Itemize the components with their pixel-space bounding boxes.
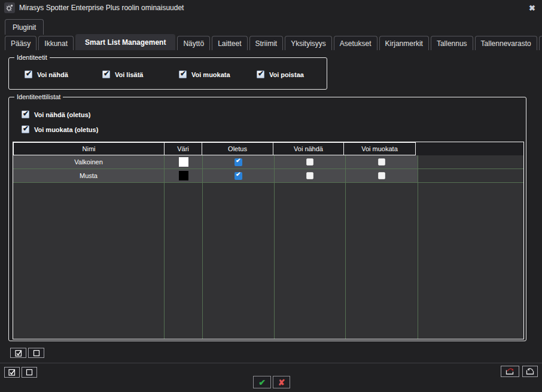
page-clear-all-button[interactable] bbox=[22, 367, 37, 378]
tab-pluginit[interactable]: Pluginit bbox=[5, 19, 44, 35]
column-header-voi-nahda: Voi nähdä bbox=[273, 142, 344, 155]
identities-groupbox: Identiteetit ✔ Voi nähdä ✔ Voi lisätä ✔ … bbox=[8, 57, 327, 90]
empty-box-icon bbox=[33, 350, 40, 357]
close-icon[interactable]: ✖ bbox=[526, 3, 538, 13]
table-empty-area bbox=[13, 183, 523, 339]
can-edit-cell bbox=[346, 169, 418, 182]
tab-naytto[interactable]: Näyttö bbox=[177, 36, 210, 50]
empty-box-icon bbox=[26, 369, 33, 376]
checked-checkbox-icon: ✔ bbox=[25, 71, 32, 78]
can-edit-checkbox-unchecked[interactable] bbox=[378, 172, 385, 179]
column-header-vari: Väri bbox=[164, 142, 202, 155]
tab-tallennus[interactable]: Tallennus bbox=[431, 36, 473, 50]
plugin-tab-strip: Pääsy Ikkunat Smart List Management Näyt… bbox=[5, 35, 542, 50]
undo-button[interactable] bbox=[522, 366, 538, 377]
role-properties-dialog: Mirasys Spotter Enterprise Plus roolin o… bbox=[0, 0, 542, 392]
checked-checkbox-icon: ✔ bbox=[257, 71, 264, 78]
table-row-musta[interactable]: Musta ✔ bbox=[13, 169, 523, 183]
identities-legend: Identiteetit bbox=[14, 53, 50, 62]
tab-laitteet[interactable]: Laitteet bbox=[212, 36, 247, 50]
window-title: Mirasys Spotter Enterprise Plus roolin o… bbox=[19, 4, 184, 12]
footer-divider bbox=[0, 363, 542, 363]
checkbox-voi-muokata[interactable]: ✔ Voi muokata bbox=[179, 71, 230, 78]
checkbox-voi-nahda-oletus[interactable]: ✔ Voi nähdä (oletus) bbox=[22, 111, 91, 118]
table-row-valkoinen[interactable]: Valkoinen ✔ bbox=[13, 155, 523, 169]
checkbox-voi-nahda[interactable]: ✔ Voi nähdä bbox=[25, 71, 68, 78]
tab-pluginit-label: Pluginit bbox=[13, 23, 36, 32]
redo-button[interactable] bbox=[501, 366, 519, 377]
identity-lists-groupbox: Identiteettilistat ✔ Voi nähdä (oletus) … bbox=[8, 97, 526, 341]
color-swatch[interactable] bbox=[179, 157, 188, 167]
default-cell: ✔ bbox=[203, 155, 275, 169]
color-cell bbox=[165, 169, 203, 182]
tab-kirjanmerkit[interactable]: Kirjanmerkit bbox=[379, 36, 429, 50]
gear-icon bbox=[4, 2, 15, 13]
tab-smart-list-management[interactable]: Smart List Management bbox=[75, 34, 175, 50]
redo-arrow-box-icon bbox=[505, 368, 515, 375]
checked-checkbox-icon: ✔ bbox=[22, 125, 29, 133]
table-clear-all-button[interactable] bbox=[28, 348, 44, 358]
can-edit-checkbox-unchecked[interactable] bbox=[378, 158, 385, 166]
cancel-button[interactable]: ✘ bbox=[273, 376, 290, 388]
can-edit-cell bbox=[346, 155, 418, 169]
ok-button[interactable]: ✔ bbox=[253, 376, 271, 388]
identity-list-table: Nimi Väri Oletus Voi nähdä Voi muokata V… bbox=[13, 142, 524, 339]
undo-arrow-box-icon bbox=[525, 368, 535, 375]
can-see-checkbox-unchecked[interactable] bbox=[306, 172, 313, 179]
table-select-all-button[interactable] bbox=[10, 348, 26, 358]
x-icon: ✘ bbox=[278, 378, 285, 387]
tab-paasy[interactable]: Pääsy bbox=[5, 36, 36, 50]
row-filler bbox=[418, 155, 523, 169]
name-cell: Valkoinen bbox=[13, 155, 165, 169]
title-bar: Mirasys Spotter Enterprise Plus roolin o… bbox=[0, 0, 542, 16]
color-swatch[interactable] bbox=[179, 171, 188, 180]
checkbox-voi-muokata-oletus[interactable]: ✔ Voi muokata (oletus) bbox=[22, 125, 98, 133]
checkbox-voi-poistaa[interactable]: ✔ Voi poistaa bbox=[257, 71, 304, 78]
column-header-nimi: Nimi bbox=[13, 142, 165, 155]
tab-asetukset[interactable]: Asetukset bbox=[334, 36, 377, 50]
default-checkbox-checked[interactable]: ✔ bbox=[235, 158, 242, 166]
column-header-oletus: Oletus bbox=[202, 142, 273, 155]
table-header-row: Nimi Väri Oletus Voi nähdä Voi muokata bbox=[13, 142, 523, 155]
default-checkbox-checked[interactable]: ✔ bbox=[235, 172, 242, 180]
checked-checkbox-icon: ✔ bbox=[102, 71, 110, 78]
can-see-checkbox-unchecked[interactable] bbox=[306, 158, 313, 166]
checkbox-voi-lisata[interactable]: ✔ Voi lisätä bbox=[102, 71, 143, 78]
default-cell: ✔ bbox=[203, 169, 275, 182]
tab-ikkunat[interactable]: Ikkunat bbox=[38, 36, 74, 50]
tab-tallennevarasto[interactable]: Tallennevarasto bbox=[475, 36, 537, 50]
identity-lists-legend: Identiteettilistat bbox=[14, 93, 63, 101]
checked-checkbox-icon: ✔ bbox=[22, 111, 29, 118]
name-cell: Musta bbox=[13, 169, 165, 182]
checked-box-icon bbox=[8, 369, 16, 376]
tab-striimit[interactable]: Striimit bbox=[249, 36, 284, 50]
can-see-cell bbox=[275, 169, 346, 182]
page-select-all-button[interactable] bbox=[4, 367, 20, 378]
column-header-voi-muokata: Voi muokata bbox=[343, 142, 416, 155]
checked-box-icon bbox=[15, 350, 22, 357]
check-icon: ✔ bbox=[258, 378, 266, 387]
can-see-cell bbox=[275, 155, 346, 169]
tab-yksityisyys[interactable]: Yksityisyys bbox=[285, 36, 332, 50]
checked-checkbox-icon: ✔ bbox=[179, 71, 187, 78]
tab-tapahtumaraportti[interactable]: Tapahtumaraportti bbox=[539, 36, 542, 50]
color-cell bbox=[165, 155, 203, 169]
row-filler bbox=[418, 169, 523, 182]
